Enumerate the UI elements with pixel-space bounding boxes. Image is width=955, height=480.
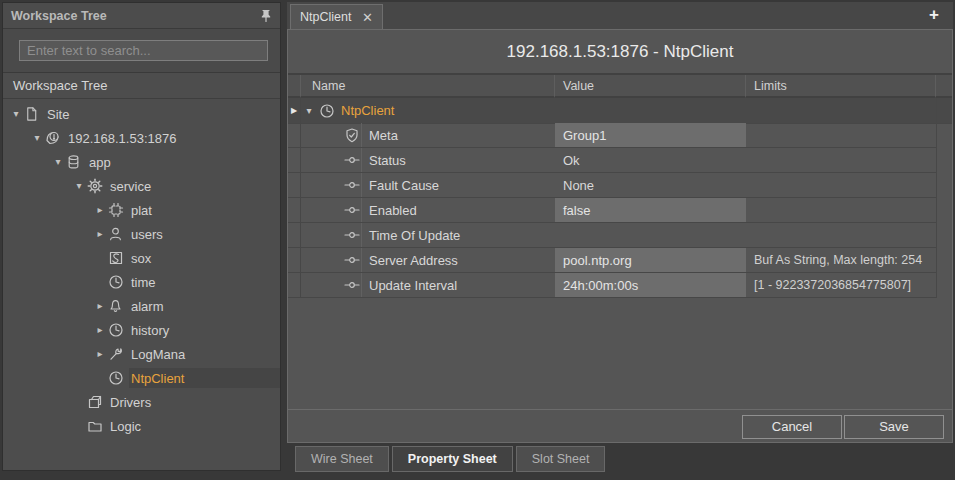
folder-icon bbox=[86, 418, 103, 434]
property-value-field: None bbox=[555, 173, 746, 198]
tree-item-highlight: time bbox=[129, 272, 280, 292]
expand-arrow-icon[interactable]: ▸ bbox=[93, 222, 107, 246]
tree-item-plat[interactable]: ▸plat bbox=[3, 198, 280, 222]
tree-item-highlight: Drivers bbox=[108, 392, 280, 412]
application-window: Workspace Tree Workspace Tree ▾Site▾192.… bbox=[0, 0, 955, 480]
workspace-tree-title: Workspace Tree bbox=[11, 9, 260, 23]
collapse-arrow-icon[interactable]: ▾ bbox=[51, 150, 65, 174]
row-gutter bbox=[288, 223, 301, 248]
slot-icon bbox=[342, 148, 361, 172]
property-value-field[interactable]: Group1 bbox=[555, 123, 746, 148]
expand-arrow-icon[interactable]: ▸ bbox=[93, 198, 107, 222]
sheet-tab-property-sheet[interactable]: Property Sheet bbox=[392, 446, 513, 472]
button-bar: Cancel Save bbox=[288, 409, 952, 442]
tree-item-highlight: plat bbox=[129, 200, 280, 220]
property-name-cell: Server Address bbox=[301, 248, 555, 273]
tree-item-logmana[interactable]: ▸LogMana bbox=[3, 342, 280, 366]
tab-label: NtpClient bbox=[300, 10, 354, 24]
document-tab-bar: NtpClient ✕ + bbox=[287, 2, 953, 29]
sheet-tab-slot-sheet[interactable]: Slot Sheet bbox=[516, 446, 606, 472]
tree-item-192-168-1-53-1876[interactable]: ▾192.168.1.53:1876 bbox=[3, 126, 280, 150]
tree-item-label: NtpClient bbox=[131, 371, 184, 386]
tree-item-logic[interactable]: Logic bbox=[3, 414, 280, 438]
header-scroll-strip bbox=[936, 75, 952, 98]
collapse-arrow-icon[interactable]: ▾ bbox=[72, 174, 86, 198]
bell-icon bbox=[107, 298, 124, 314]
tree-item-label: 192.168.1.53:1876 bbox=[68, 131, 176, 146]
indent-spacer bbox=[301, 123, 342, 147]
cancel-button[interactable]: Cancel bbox=[742, 415, 842, 439]
tree-item-sox[interactable]: sox bbox=[3, 246, 280, 270]
table-row-meta[interactable]: MetaGroup1 bbox=[288, 123, 952, 148]
table-row-root-ntpclient[interactable]: ▶▾NtpClient bbox=[288, 98, 952, 123]
root-row-value-cell bbox=[555, 98, 746, 124]
root-row-name-cell[interactable]: ▾NtpClient bbox=[301, 98, 555, 124]
row-gutter bbox=[288, 173, 301, 198]
tree-item-history[interactable]: ▸history bbox=[3, 318, 280, 342]
property-name-label: Status bbox=[361, 148, 555, 172]
tree-item-label: history bbox=[131, 323, 169, 338]
tree-item-ntpclient[interactable]: NtpClient bbox=[3, 366, 280, 390]
tree-item-time[interactable]: time bbox=[3, 270, 280, 294]
table-row-time-of-update[interactable]: Time Of Update bbox=[288, 223, 952, 248]
tree-item-highlight: service bbox=[108, 176, 280, 196]
tree-item-app[interactable]: ▾app bbox=[3, 150, 280, 174]
property-name-cell: Enabled bbox=[301, 198, 555, 223]
property-value-text: None bbox=[555, 173, 746, 197]
property-value-field[interactable]: 24h:00m:00s bbox=[555, 273, 746, 298]
gear-icon bbox=[86, 178, 103, 194]
tree-item-service[interactable]: ▾service bbox=[3, 174, 280, 198]
row-scroll-strip bbox=[936, 248, 952, 273]
tab-ntpclient[interactable]: NtpClient ✕ bbox=[290, 4, 383, 29]
property-value-text bbox=[555, 223, 746, 247]
tree-item-drivers[interactable]: Drivers bbox=[3, 390, 280, 414]
sheet-tab-wire-sheet[interactable]: Wire Sheet bbox=[295, 446, 389, 472]
collapse-arrow-icon[interactable]: ▾ bbox=[9, 102, 23, 126]
property-sheet-panel: 192.168.1.53:1876 - NtpClient Name Value… bbox=[287, 29, 953, 443]
row-scroll-strip bbox=[936, 173, 952, 198]
save-button[interactable]: Save bbox=[844, 415, 944, 439]
search-input[interactable] bbox=[19, 40, 268, 61]
property-name-label: Time Of Update bbox=[361, 223, 555, 247]
property-value-field: Ok bbox=[555, 148, 746, 173]
column-header-limits: Limits bbox=[746, 75, 936, 98]
expand-arrow-icon[interactable]: ▸ bbox=[93, 342, 107, 366]
slot-icon bbox=[342, 273, 361, 297]
table-row-fault-cause[interactable]: Fault CauseNone bbox=[288, 173, 952, 198]
clock-icon bbox=[107, 274, 124, 290]
property-name-cell: Update Interval bbox=[301, 273, 555, 298]
tree-item-highlight: app bbox=[87, 152, 280, 172]
tree-item-label: sox bbox=[131, 251, 151, 266]
expand-arrow-icon[interactable]: ▸ bbox=[93, 318, 107, 342]
header-gutter bbox=[288, 75, 301, 98]
property-limits-text bbox=[746, 223, 936, 248]
property-limits-text bbox=[746, 123, 936, 148]
row-marker-icon: ▶ bbox=[288, 98, 301, 124]
collapse-arrow-icon[interactable]: ▾ bbox=[301, 105, 317, 116]
column-header-value: Value bbox=[555, 75, 746, 98]
property-name-label: Meta bbox=[361, 123, 555, 147]
table-row-status[interactable]: StatusOk bbox=[288, 148, 952, 173]
tree-item-highlight: Logic bbox=[108, 416, 280, 436]
table-header: Name Value Limits bbox=[288, 75, 952, 98]
sox-icon bbox=[107, 250, 124, 266]
row-scroll-strip bbox=[936, 148, 952, 173]
pin-icon[interactable] bbox=[260, 9, 272, 23]
expand-arrow-icon[interactable]: ▸ bbox=[93, 294, 107, 318]
close-icon[interactable]: ✕ bbox=[362, 10, 373, 25]
property-value-field[interactable]: pool.ntp.org bbox=[555, 248, 746, 273]
table-row-enabled[interactable]: Enabledfalse bbox=[288, 198, 952, 223]
tree-item-label: app bbox=[89, 155, 111, 170]
sheet-tab-bar: Wire SheetProperty SheetSlot Sheet bbox=[287, 443, 953, 472]
tree-item-alarm[interactable]: ▸alarm bbox=[3, 294, 280, 318]
root-row-limits-cell bbox=[746, 98, 936, 124]
tree-item-users[interactable]: ▸users bbox=[3, 222, 280, 246]
table-row-update-interval[interactable]: Update Interval24h:00m:00s[1 - 922337203… bbox=[288, 273, 952, 298]
clock-icon bbox=[317, 102, 336, 120]
property-value-field[interactable]: false bbox=[555, 198, 746, 223]
property-name-label: Fault Cause bbox=[361, 173, 555, 197]
collapse-arrow-icon[interactable]: ▾ bbox=[30, 126, 44, 150]
add-tab-button[interactable]: + bbox=[925, 5, 943, 25]
tree-item-site[interactable]: ▾Site bbox=[3, 102, 280, 126]
table-row-server-address[interactable]: Server Addresspool.ntp.orgBuf As String,… bbox=[288, 248, 952, 273]
